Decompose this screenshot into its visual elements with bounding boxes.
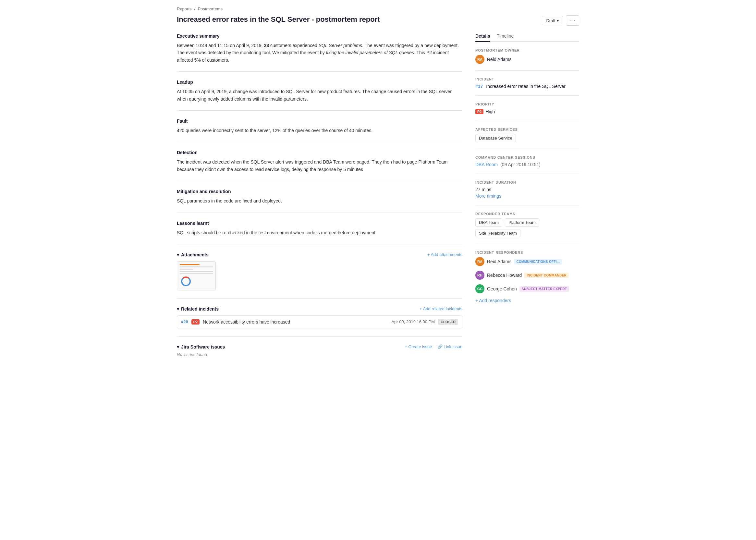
lessons-text: SQL scripts should be re-checked in the … [177, 229, 462, 236]
detection-section: Detection The incident was detected when… [177, 150, 462, 181]
executive-summary-text: Between 10:48 and 11:15 on April 9, 2019… [177, 42, 462, 64]
mitigation-text: SQL parameters in the code are fixed and… [177, 197, 462, 204]
postmortem-owner-section: POSTMORTEM OWNER RA Reid Adams [475, 48, 579, 71]
tab-details[interactable]: Details [475, 34, 490, 42]
leadup-text: At 10:35 on April 9, 2019, a change was … [177, 88, 462, 102]
responder-rh-name: Rebecca Howard [487, 273, 522, 278]
add-responders-link[interactable]: + Add responders [475, 298, 579, 303]
lessons-heading: Lessons learnt [177, 221, 462, 226]
responder-rh-avatar: RH [475, 271, 484, 280]
jira-section: ▾ Jira Software issues + Create issue 🔗 … [177, 344, 462, 365]
header-actions: Draft ▾ ··· [542, 15, 579, 26]
breadcrumb: Reports / Postmortems [177, 7, 579, 11]
lessons-section: Lessons learnt SQL scripts should be re-… [177, 221, 462, 244]
related-incidents-label: Related incidents [181, 306, 219, 312]
executive-summary-heading: Executive summary [177, 34, 462, 39]
incident-description: Network accessibility errors have increa… [203, 319, 388, 325]
related-incidents-toggle[interactable]: ▾ Related incidents [177, 306, 219, 312]
responder-ra-role: COMMUNICATIONS OFFI... [514, 259, 562, 264]
main-layout: Executive summary Between 10:48 and 11:1… [177, 34, 579, 372]
responder-gc-name: George Cohen [487, 286, 517, 291]
jira-actions: + Create issue 🔗 Link issue [405, 344, 462, 349]
responder-gc-avatar: GC [475, 284, 484, 293]
related-incidents-header: ▾ Related incidents + Add related incide… [177, 306, 462, 312]
incident-number[interactable]: #20 [181, 319, 188, 324]
priority-p2-badge: P2 [191, 319, 199, 325]
link-issue-link[interactable]: 🔗 Link issue [438, 344, 462, 349]
breadcrumb-separator: / [194, 7, 195, 11]
page-header: Increased error rates in the SQL Server … [177, 15, 579, 26]
breadcrumb-postmortems[interactable]: Postmortems [197, 7, 223, 11]
fault-text: 420 queries were incorrectly sent to the… [177, 127, 462, 134]
incident-duration-label: INCIDENT DURATION [475, 181, 579, 184]
chevron-down-icon: ▾ [557, 18, 559, 23]
team-sre[interactable]: Site Reliability Team [475, 229, 520, 237]
incident-duration-section: INCIDENT DURATION 27 mins More timings [475, 181, 579, 205]
attachments-header: ▾ Attachments + Add attachments [177, 252, 462, 257]
incident-reference: #17 Increased error rates in the SQL Ser… [475, 84, 579, 89]
postmortem-owner-label: POSTMORTEM OWNER [475, 48, 579, 52]
incident-title: Increased error rates in the SQL Server [486, 84, 566, 89]
leadup-section: Leadup At 10:35 on April 9, 2019, a chan… [177, 79, 462, 111]
owner-name: Reid Adams [487, 57, 511, 62]
add-related-incidents-link[interactable]: + Add related incidents [420, 306, 462, 311]
jira-label: Jira Software issues [181, 344, 225, 349]
detection-heading: Detection [177, 150, 462, 155]
teams-list: DBA Team Platform Team Site Reliability … [475, 218, 579, 237]
command-center-date: (09 Apr 2019 10:51) [500, 162, 541, 167]
add-attachments-link[interactable]: + Add attachments [427, 252, 462, 257]
attachments-toggle[interactable]: ▾ Attachments [177, 252, 209, 257]
sidebar-tabs: Details Timeline [475, 34, 579, 42]
executive-summary-section: Executive summary Between 10:48 and 11:1… [177, 34, 462, 72]
owner-avatar: RA [475, 55, 484, 64]
incident-responders-label: INCIDENT RESPONDERS [475, 250, 579, 254]
command-center-link[interactable]: DBA Room [475, 162, 498, 167]
mitigation-heading: Mitigation and resolution [177, 189, 462, 194]
fault-heading: Fault [177, 118, 462, 124]
breadcrumb-reports[interactable]: Reports [177, 7, 192, 11]
attachments-section: ▾ Attachments + Add attachments [177, 252, 462, 299]
owner-row: RA Reid Adams [475, 55, 579, 64]
attachment-thumbnail[interactable] [177, 261, 216, 290]
priority-badge: P2 [475, 109, 483, 114]
responder-ra: RA Reid Adams COMMUNICATIONS OFFI... [475, 257, 579, 266]
draft-button[interactable]: Draft ▾ [542, 16, 563, 25]
incident-date: Apr 09, 2019 16:00 PM [391, 319, 435, 324]
more-options-button[interactable]: ··· [566, 15, 579, 26]
command-center-section: COMMAND CENTER SESSIONS DBA Room (09 Apr… [475, 155, 579, 174]
detection-text: The incident was detected when the SQL S… [177, 158, 462, 173]
duration-value: 27 mins [475, 187, 579, 192]
team-dba[interactable]: DBA Team [475, 218, 502, 226]
affected-services-label: AFFECTED SERVICES [475, 128, 579, 131]
responder-gc-role: SUBJECT MATTER EXPERT [520, 286, 569, 292]
attachments-label: Attachments [181, 252, 209, 257]
services-list: Database Service [475, 134, 579, 142]
responder-rh: RH Rebecca Howard INCIDENT COMMANDER [475, 271, 579, 280]
incident-link[interactable]: #17 [475, 84, 483, 89]
responder-teams-label: RESPONDER TEAMS [475, 212, 579, 216]
responder-ra-avatar: RA [475, 257, 484, 266]
chevron-down-icon: ▾ [177, 344, 179, 349]
leadup-heading: Leadup [177, 79, 462, 85]
jira-toggle[interactable]: ▾ Jira Software issues [177, 344, 225, 349]
sidebar: Details Timeline POSTMORTEM OWNER RA Rei… [475, 34, 579, 372]
page-title: Increased error rates in the SQL Server … [177, 15, 380, 24]
responder-rh-role: INCIDENT COMMANDER [524, 273, 569, 278]
more-timings-link[interactable]: More timings [475, 194, 501, 199]
create-issue-link[interactable]: + Create issue [405, 344, 432, 349]
content-area: Executive summary Between 10:48 and 11:1… [177, 34, 462, 372]
incident-responders-section: INCIDENT RESPONDERS RA Reid Adams COMMUN… [475, 250, 579, 310]
fault-section: Fault 420 queries were incorrectly sent … [177, 118, 462, 142]
responder-teams-section: RESPONDER TEAMS DBA Team Platform Team S… [475, 212, 579, 244]
responder-ra-name: Reid Adams [487, 259, 511, 264]
chevron-down-icon: ▾ [177, 306, 179, 312]
tab-timeline[interactable]: Timeline [497, 34, 514, 42]
incident-label: INCIDENT [475, 77, 579, 81]
chevron-down-icon: ▾ [177, 252, 179, 257]
team-platform[interactable]: Platform Team [505, 218, 539, 226]
service-tag[interactable]: Database Service [475, 134, 516, 142]
draft-label: Draft [546, 18, 555, 23]
command-center-label: COMMAND CENTER SESSIONS [475, 155, 579, 159]
priority-text: High [485, 109, 495, 114]
related-incidents-section: ▾ Related incidents + Add related incide… [177, 306, 462, 337]
